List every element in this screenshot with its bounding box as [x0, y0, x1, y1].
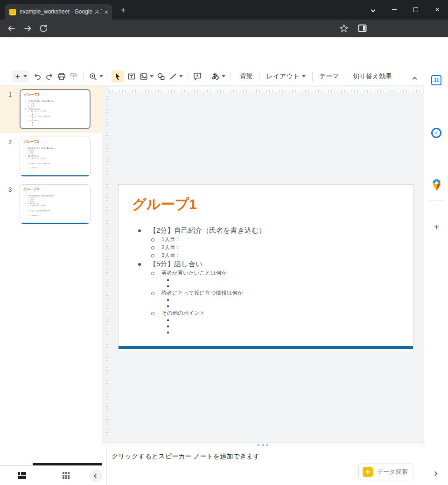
browser-tab[interactable]: example_worksheet - Google スラ ×: [5, 4, 112, 20]
slide-thumbnail-row-3[interactable]: 3グループ3【2分】自己紹介（氏名を書き込む）1人目：2人目：3人目：【5分】話…: [0, 180, 102, 228]
speaker-notes-placeholder[interactable]: クリックするとスピーカー ノートを追加できます: [112, 452, 259, 461]
bullet-level-1: 【2分】自己紹介（氏名を書き込む）: [119, 226, 413, 236]
calendar-icon[interactable]: 31: [431, 75, 441, 85]
slide-title-text: グループ2: [23, 139, 39, 144]
grid-view-icon[interactable]: [63, 472, 70, 479]
slide-accent-bar: [21, 128, 91, 129]
bullet-level-3: [21, 125, 91, 126]
tasks-icon[interactable]: ✓: [431, 128, 441, 138]
slide-thumbnail[interactable]: グループ1【2分】自己紹介（氏名を書き込む）1人目：2人目：3人目：【5分】話し…: [20, 89, 91, 129]
slide-editor-page[interactable]: グループ1【2分】自己紹介（氏名を書き込む）1人目：2人目：3人目：【5分】話し…: [118, 184, 413, 352]
reload-icon[interactable]: [38, 23, 49, 34]
bullet-level-3: [119, 297, 413, 303]
window-close-button[interactable]: ×: [427, 0, 448, 20]
bullet-level-2: 読者にとって役に立つ情報は何か: [119, 289, 413, 297]
slide-title-text: グループ1: [24, 92, 39, 97]
select-cursor-button[interactable]: [112, 70, 124, 83]
workspace-side-panel: 31 ✓ +: [424, 68, 448, 485]
insert-comment-button[interactable]: [191, 70, 203, 83]
slide-thumbnail[interactable]: グループ2【2分】自己紹介（氏名を書き込む）1人目：2人目：3人目：【5分】話し…: [20, 137, 91, 177]
explore-icon: [363, 467, 373, 477]
bullet-level-2: 1人目：: [119, 236, 413, 243]
editor-canvas[interactable]: グループ1【2分】自己紹介（氏名を書き込む）1人目：2人目：3人目：【5分】話し…: [102, 85, 424, 442]
bullet-level-3: [119, 329, 413, 335]
font-tool-label: あ: [212, 71, 219, 81]
text-box-button[interactable]: [126, 70, 138, 83]
slide-body-text[interactable]: 【2分】自己紹介（氏名を書き込む）1人目：2人目：3人目：【5分】話し合い著者が…: [119, 226, 413, 335]
toolbar-text-button-3[interactable]: 切り替え効果: [347, 72, 398, 81]
print-button[interactable]: [56, 70, 68, 83]
collapse-filmstrip-icon[interactable]: [89, 469, 102, 482]
slide-filmstrip: 1グループ1【2分】自己紹介（氏名を書き込む）1人目：2人目：3人目：【5分】話…: [0, 85, 102, 465]
new-slide-button[interactable]: [12, 70, 28, 83]
window-minimize-button[interactable]: [384, 0, 405, 20]
explore-button[interactable]: データ探索: [358, 464, 413, 480]
bullet-level-2: その他のポイント: [119, 309, 413, 317]
bullet-level-3: [20, 219, 91, 221]
tab-search-icon[interactable]: [362, 0, 384, 20]
bullet-level-2: 2人目：: [119, 243, 413, 251]
slide-number: 2: [8, 139, 12, 146]
get-add-ons-icon[interactable]: +: [431, 222, 441, 232]
filmstrip-view-icon[interactable]: [18, 472, 26, 479]
horizontal-ruler: [109, 87, 423, 92]
bullet-level-3: [119, 317, 413, 323]
side-panel-icon[interactable]: [358, 24, 368, 35]
slide-thumbnail-row-2[interactable]: 2グループ2【2分】自己紹介（氏名を書き込む）1人目：2人目：3人目：【5分】話…: [0, 133, 102, 180]
toolbar-text-button-0[interactable]: 背景: [234, 72, 258, 81]
browser-titlebar: example_worksheet - Google スラ × + ×: [0, 0, 448, 20]
slide-accent-bar: [20, 175, 91, 177]
toolbar-collapse-icon[interactable]: [413, 74, 416, 83]
slides-favicon-icon: [9, 9, 16, 15]
bullet-level-3: [119, 277, 413, 283]
bullet-level-3: [20, 172, 91, 173]
expand-side-panel-icon[interactable]: [434, 469, 437, 477]
toolbar-text-button-2[interactable]: テーマ: [314, 72, 345, 81]
bullet-level-3: [119, 303, 413, 309]
window-maximize-button[interactable]: [405, 0, 427, 20]
toolbar-text-button-1[interactable]: レイアウト: [260, 72, 311, 81]
undo-button[interactable]: [31, 70, 43, 83]
slide-number: 1: [8, 91, 12, 98]
insert-line-button[interactable]: [167, 70, 184, 83]
thumbnail-slide-preview: グループ2【2分】自己紹介（氏名を書き込む）1人目：2人目：3人目：【5分】話し…: [20, 137, 91, 177]
slide-body-text: 【2分】自己紹介（氏名を書き込む）1人目：2人目：3人目：【5分】話し合い著者が…: [20, 147, 91, 173]
slide-thumbnail[interactable]: グループ3【2分】自己紹介（氏名を書き込む）1人目：2人目：3人目：【5分】話し…: [20, 184, 91, 224]
new-tab-button[interactable]: +: [120, 5, 126, 16]
slide-accent-bar: [20, 223, 91, 224]
slide-number: 3: [8, 186, 12, 193]
slide-title-text[interactable]: グループ1: [132, 195, 197, 214]
insert-shape-button[interactable]: [155, 70, 167, 83]
toolbar: あ 背景レイアウトテーマ切り替え効果: [0, 68, 424, 85]
slide-thumbnail-row-1[interactable]: 1グループ1【2分】自己紹介（氏名を書き込む）1人目：2人目：3人目：【5分】話…: [0, 85, 102, 133]
bookmark-star-icon[interactable]: [339, 24, 350, 34]
notes-resize-handle[interactable]: [102, 442, 424, 447]
insert-image-button[interactable]: [138, 70, 155, 83]
view-switcher-bar: [0, 465, 102, 485]
bullet-level-2: 著者が言いたいことは何か: [119, 269, 413, 277]
slide-body-text: 【2分】自己紹介（氏名を書き込む）1人目：2人目：3人目：【5分】話し合い著者が…: [21, 100, 91, 126]
side-panel-divider: [430, 201, 443, 201]
forward-icon[interactable]: [22, 23, 33, 34]
browser-window: example_worksheet - Google スラ × + × docs…: [0, 0, 448, 485]
back-icon[interactable]: [7, 23, 17, 34]
vertical-ruler: [103, 93, 108, 438]
tab-title: example_worksheet - Google スラ: [20, 8, 102, 16]
redo-button[interactable]: [43, 70, 56, 83]
explore-label: データ探索: [377, 468, 408, 476]
slide-title-text: グループ3: [23, 187, 39, 192]
bullet-level-3: [119, 283, 413, 289]
speaker-notes-panel[interactable]: クリックするとスピーカー ノートを追加できます データ探索: [106, 447, 424, 485]
thumbnail-slide-preview: グループ1【2分】自己紹介（氏名を書き込む）1人目：2人目：3人目：【5分】話し…: [21, 90, 91, 129]
bullet-level-1: 【5分】話し合い: [119, 259, 413, 269]
maps-icon[interactable]: [432, 179, 442, 189]
tab-close-icon[interactable]: ×: [105, 8, 108, 16]
browser-url-bar: docs.google.com /presentation/d/ シークレット …: [0, 20, 448, 37]
paint-format-button[interactable]: [68, 70, 80, 83]
thumbnail-slide-preview: グループ3【2分】自己紹介（氏名を書き込む）1人目：2人目：3人目：【5分】話し…: [20, 185, 91, 224]
zoom-button[interactable]: [87, 70, 105, 83]
bullet-level-3: [119, 323, 413, 329]
text-format-button[interactable]: あ: [210, 70, 227, 83]
slide-body-text: 【2分】自己紹介（氏名を書き込む）1人目：2人目：3人目：【5分】話し合い著者が…: [20, 194, 91, 221]
slides-header: example_worksheet ファイル編集表示挿入表示形式スライド配置: [0, 37, 448, 68]
